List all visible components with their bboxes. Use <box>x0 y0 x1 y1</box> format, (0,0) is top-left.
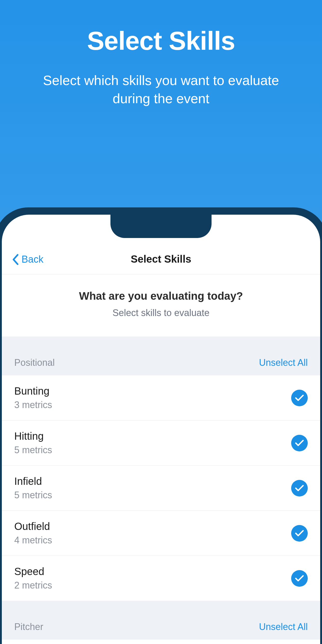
skill-name: Infield <box>14 475 52 487</box>
section-title: Pitcher <box>14 621 43 632</box>
skill-name: Bunting <box>14 385 52 397</box>
skill-metrics: 4 metrics <box>14 535 52 546</box>
skill-row[interactable]: Bunting3 metrics <box>2 375 320 421</box>
skill-row[interactable]: Outfield4 metrics <box>2 511 320 556</box>
section-title: Positional <box>14 357 55 368</box>
question-subtitle: Select skills to evaluate <box>12 307 310 318</box>
section-header: PitcherUnselect All <box>2 601 320 640</box>
check-circle[interactable] <box>291 525 308 542</box>
skill-info: Bunting3 metrics <box>14 385 52 410</box>
skill-info: Outfield4 metrics <box>14 521 52 546</box>
check-circle[interactable] <box>291 480 308 496</box>
promo-subtitle: Select which skills you want to evaluate… <box>0 71 322 108</box>
check-icon <box>295 440 304 446</box>
unselect-all-button[interactable]: Unselect All <box>259 357 308 368</box>
check-icon <box>295 395 304 401</box>
sections-container: PositionalUnselect AllBunting3 metricsHi… <box>2 337 320 644</box>
check-circle[interactable] <box>291 435 308 451</box>
back-label: Back <box>22 254 43 265</box>
skill-row[interactable]: Physical2 metrics <box>2 640 320 644</box>
skill-name: Hitting <box>14 430 52 442</box>
phone-frame: Back Select Skills What are you evaluati… <box>0 207 322 644</box>
skill-row[interactable]: Infield5 metrics <box>2 466 320 511</box>
skill-name: Outfield <box>14 521 52 532</box>
check-icon <box>295 575 304 582</box>
question-section: What are you evaluating today? Select sk… <box>2 274 320 337</box>
skill-row[interactable]: Hitting5 metrics <box>2 421 320 466</box>
skill-info: Hitting5 metrics <box>14 430 52 456</box>
skill-name: Speed <box>14 566 52 577</box>
phone-screen: Back Select Skills What are you evaluati… <box>2 215 320 644</box>
skill-list: Bunting3 metricsHitting5 metricsInfield5… <box>2 375 320 601</box>
skill-metrics: 2 metrics <box>14 580 52 591</box>
back-button[interactable]: Back <box>12 254 43 265</box>
skill-row[interactable]: Speed2 metrics <box>2 556 320 601</box>
check-icon <box>295 485 304 492</box>
skill-info: Infield5 metrics <box>14 475 52 501</box>
check-circle[interactable] <box>291 570 308 587</box>
skill-metrics: 3 metrics <box>14 400 52 410</box>
skill-metrics: 5 metrics <box>14 445 52 456</box>
section-header: PositionalUnselect All <box>2 337 320 375</box>
skill-metrics: 5 metrics <box>14 490 52 501</box>
phone-notch <box>110 215 212 238</box>
check-icon <box>295 530 304 537</box>
unselect-all-button[interactable]: Unselect All <box>259 621 308 632</box>
nav-title: Select Skills <box>131 253 191 265</box>
promo-title: Select Skills <box>0 26 322 56</box>
chevron-left-icon <box>12 254 18 265</box>
question-title: What are you evaluating today? <box>12 290 310 302</box>
skill-list: Physical2 metricsPitch Speed4 metrics <box>2 640 320 644</box>
check-circle[interactable] <box>291 390 308 406</box>
skill-info: Speed2 metrics <box>14 566 52 591</box>
